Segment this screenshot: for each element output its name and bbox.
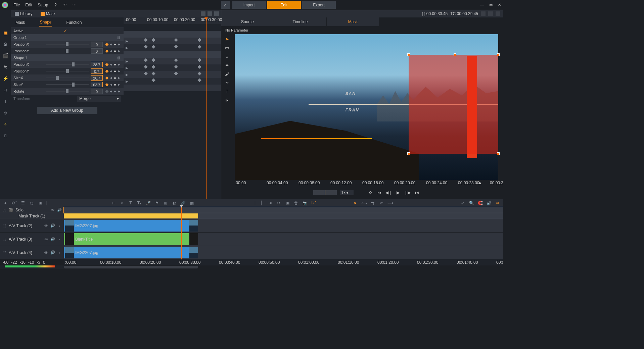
roll-icon[interactable]: ⟳ <box>379 200 384 206</box>
g-posy-value[interactable]: 0 <box>91 48 103 54</box>
minimize-icon[interactable]: — <box>480 3 484 7</box>
sizex-value[interactable]: 26.7 <box>91 75 103 81</box>
movie-icon[interactable]: 🎬 <box>9 208 13 212</box>
expand-icon[interactable]: › <box>57 237 62 242</box>
video-clip[interactable]: IMG2207.jpg <box>64 220 198 232</box>
s-posy-slider[interactable] <box>46 71 89 71</box>
kf-toggle-icon[interactable] <box>105 49 108 53</box>
slide-icon[interactable]: ⇆ <box>370 200 375 206</box>
sidebar-clapboard-icon[interactable]: 🎬 <box>2 52 9 59</box>
rate-icon[interactable]: ⟿ <box>387 200 393 206</box>
pen-tool-icon[interactable]: ✒ <box>224 62 230 68</box>
mode-import[interactable]: Import <box>232 1 266 9</box>
tab-mask[interactable]: Mask <box>39 11 58 17</box>
mask-handle-tm[interactable] <box>454 53 456 56</box>
eye-icon[interactable]: 👁 <box>44 223 48 228</box>
kf-play-icon[interactable]: ▶ <box>126 59 128 63</box>
transform-dropdown[interactable]: Merge ▾ <box>77 96 121 102</box>
slip-icon[interactable]: ⟷ <box>361 200 367 206</box>
kf-prev-icon[interactable]: ◀ <box>110 76 112 80</box>
split-icon[interactable]: ⎮ <box>259 200 264 206</box>
preview-tab-source[interactable]: Source <box>221 17 274 26</box>
s-posy-value[interactable]: 0.7 <box>91 68 103 74</box>
speaker-icon[interactable]: 🔊 <box>50 250 55 255</box>
trash-icon[interactable]: 🗑 <box>117 55 121 60</box>
scroll-icon[interactable]: ⇨ <box>495 200 500 206</box>
redo-icon[interactable]: ↷ <box>71 2 78 8</box>
tl-layers-icon[interactable]: ▣ <box>38 200 43 206</box>
layout-icon[interactable] <box>488 11 493 16</box>
g-posx-value[interactable]: 0 <box>91 42 103 47</box>
tracks-icon[interactable]: ⎍ <box>2 208 7 212</box>
blend-icon[interactable]: ◐ <box>172 200 177 206</box>
close-icon[interactable]: ✕ <box>498 3 501 7</box>
track-label[interactable]: A/V Track (2) <box>9 223 42 228</box>
g-posy-slider[interactable] <box>46 51 89 51</box>
wand-tool-icon[interactable]: ✧ <box>224 80 230 85</box>
keyframe-area[interactable]: :00.00 00:00:10.00 00:00:20.00 00:00:30.… <box>124 17 221 199</box>
help-icon[interactable]: ? <box>52 2 59 8</box>
kf-add-icon[interactable]: ◆ <box>114 69 116 73</box>
timeline-scrollbar[interactable] <box>64 265 503 269</box>
group1-header[interactable]: Group 1 <box>13 36 44 40</box>
speed-dropdown[interactable]: 1x ▾ <box>340 190 354 195</box>
zoom-icon[interactable]: 🔍 <box>469 200 474 206</box>
sidebar-text-icon[interactable]: T <box>2 98 9 105</box>
snapshot-icon[interactable]: 📷 <box>302 200 308 206</box>
goto-start-icon[interactable]: ⏮ <box>376 190 382 196</box>
kf-next-icon[interactable]: ▶ <box>118 83 120 86</box>
kf-prev-icon[interactable]: ◀ <box>110 49 112 53</box>
multicam-icon[interactable]: ⊞ <box>163 200 168 206</box>
sidebar-fx-icon[interactable]: fx <box>2 64 9 70</box>
kf-play-icon[interactable]: ▶ <box>126 39 128 43</box>
menu-setup[interactable]: Setup <box>35 1 51 9</box>
trash-icon[interactable]: 🗑 <box>117 35 121 40</box>
kf-next-icon[interactable]: ▶ <box>118 49 120 53</box>
shape1-header[interactable]: Shape 1 <box>13 56 44 60</box>
sidebar-gear-icon[interactable]: ⚙ <box>2 41 9 48</box>
speaker-icon[interactable]: 🔊 <box>50 237 55 242</box>
voiceover-icon[interactable]: ♀ <box>119 200 125 206</box>
panel-dock-icon[interactable] <box>208 11 212 16</box>
sizey-value[interactable]: 63.7 <box>91 82 103 87</box>
preview-ruler[interactable]: :00.00 00:00:04.00 00:00:08.00 00:00:12.… <box>231 180 502 188</box>
tl-target-icon[interactable]: ◎ <box>29 200 34 206</box>
tab-library[interactable]: Library <box>13 11 35 17</box>
undock-icon[interactable] <box>481 11 486 16</box>
sizey-slider[interactable] <box>46 84 89 85</box>
speaker-icon[interactable]: 🔊 <box>57 208 62 212</box>
text-tool-icon[interactable]: T <box>224 89 230 94</box>
menu-icon[interactable] <box>496 11 500 16</box>
step-fwd-icon[interactable]: ❙▶ <box>405 190 411 196</box>
mixer-icon[interactable]: ⎍ <box>110 200 116 206</box>
subtab-shape[interactable]: Shape <box>39 18 52 27</box>
preview-tab-timeline[interactable]: Timeline <box>274 17 326 26</box>
add-group-button[interactable]: Add a New Group <box>37 107 97 114</box>
kf-play-icon[interactable]: ▶ <box>126 66 128 70</box>
step-back-icon[interactable]: ◀❙ <box>386 190 392 196</box>
kf-toggle-icon[interactable] <box>105 76 108 80</box>
trim-icon[interactable]: ▣ <box>285 200 290 206</box>
kf-toggle-icon[interactable] <box>105 83 108 86</box>
kf-next-icon[interactable]: ▶ <box>118 63 120 66</box>
kf-prev-icon[interactable]: ◀ <box>110 83 112 86</box>
timeline-playhead[interactable] <box>181 205 182 259</box>
speaker-icon[interactable]: 🔊 <box>50 223 55 228</box>
razor-icon[interactable]: ✂ <box>276 200 281 206</box>
record-icon[interactable]: ● <box>3 200 8 206</box>
undo-icon[interactable]: ↶ <box>61 2 68 8</box>
kf-add-icon[interactable]: ◆ <box>114 63 116 66</box>
mode-export[interactable]: Export <box>302 1 336 9</box>
kf-toggle-icon[interactable] <box>105 43 108 46</box>
select-mode-icon[interactable]: ➤ <box>353 200 358 206</box>
sidebar-mask-icon[interactable]: ▣ <box>2 30 9 36</box>
panel-undock-icon[interactable] <box>201 11 205 16</box>
video-clip[interactable]: IMG2207.jpg <box>64 247 198 258</box>
play-icon[interactable]: ▶ <box>395 190 401 196</box>
mic-icon[interactable]: 🎤 <box>145 200 151 206</box>
eye-icon[interactable]: 👁 <box>50 208 55 212</box>
delete-icon[interactable]: 🗑 <box>293 200 299 206</box>
title-clip[interactable]: BlankTitle <box>64 233 198 245</box>
timeline-tracks[interactable]: IMG2207.jpg BlankTitle IMG2207.jpg <box>64 207 503 259</box>
menu-file[interactable]: File <box>11 1 22 9</box>
